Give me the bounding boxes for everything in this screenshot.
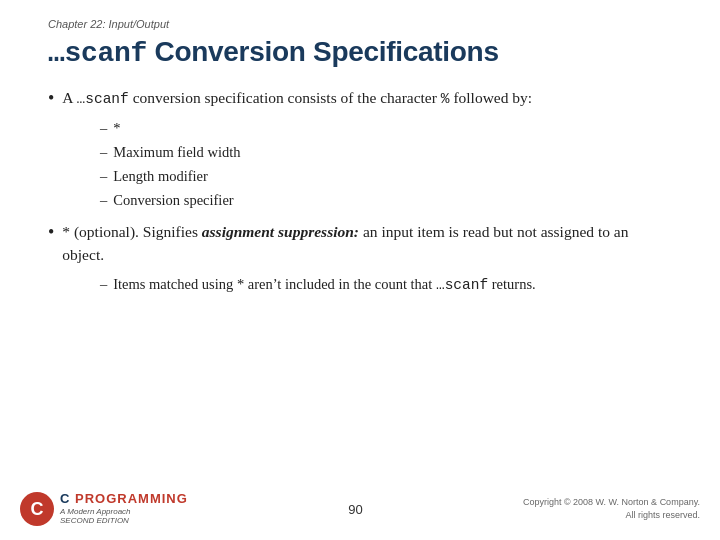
sub-text-2-0: Items matched using * aren’t included in… (113, 274, 535, 297)
bullet-text-2: * (optional). Signifies assignment suppr… (62, 221, 672, 266)
logo-text-main: C PROGRAMMING (60, 492, 188, 506)
bullet1-text-before: A (62, 89, 76, 106)
bullet2-text1: * (optional). Signifies (62, 223, 202, 240)
sub-text-1-3: Conversion specifier (113, 190, 233, 212)
footer-copyright: Copyright © 2008 W. W. Norton & Company.… (523, 496, 700, 521)
sub-text-1-0: * (113, 118, 120, 140)
bullet1-code: …scanf (77, 91, 129, 107)
logo-programming: PROGRAMMING (75, 491, 188, 506)
sub-text-1-2: Length modifier (113, 166, 208, 188)
sub-dash-1-3: – (100, 190, 107, 212)
bullet1-text-after: conversion specification consists of the… (129, 89, 441, 106)
footer-logo: C C PROGRAMMING A Modern Approach SECOND… (20, 492, 188, 526)
bullet-dot-2: • (48, 221, 54, 244)
sub-dash-1-0: – (100, 118, 107, 140)
sub-item-1-2: – Length modifier (100, 166, 672, 188)
chapter-label: Chapter 22: Input/Output (48, 18, 672, 30)
bullet2-bold-italic: assignment suppression: (202, 223, 359, 240)
sublist-1: – * – Maximum field width – Length modif… (100, 118, 672, 211)
bullet1-text-end: followed by: (450, 89, 533, 106)
sub2-text-before: Items matched using * aren’t included in… (113, 276, 436, 292)
bullet-section-1: • A …scanf conversion specification cons… (48, 87, 672, 211)
title-text-part: Conversion Specifications (147, 36, 499, 67)
logo-c-letter: C (31, 499, 44, 520)
bullet-dot-1: • (48, 87, 54, 110)
logo-c-circle: C (20, 492, 54, 526)
slide: Chapter 22: Input/Output …scanf Conversi… (0, 0, 720, 540)
sub-dash-1-2: – (100, 166, 107, 188)
sub2-code: …scanf (436, 277, 488, 293)
footer-page-number: 90 (348, 502, 362, 517)
logo-text-sub: A Modern Approach SECOND EDITION (60, 507, 188, 526)
title-code-part: …scanf (48, 38, 147, 69)
bullet-section-2: • * (optional). Signifies assignment sup… (48, 221, 672, 297)
logo-text-block: C PROGRAMMING A Modern Approach SECOND E… (60, 492, 188, 525)
sub-item-2-0: – Items matched using * aren’t included … (100, 274, 672, 297)
sub2-text-after: returns. (488, 276, 536, 292)
bullet1-percent: % (441, 91, 450, 107)
slide-title: …scanf Conversion Specifications (48, 36, 672, 69)
logo-sub-line2: SECOND EDITION (60, 516, 188, 526)
sub-item-1-0: – * (100, 118, 672, 140)
bullet-text-1: A …scanf conversion specification consis… (62, 87, 672, 110)
bullet-item-2: • * (optional). Signifies assignment sup… (48, 221, 672, 266)
bullet-item-1: • A …scanf conversion specification cons… (48, 87, 672, 110)
sub-dash-1-1: – (100, 142, 107, 164)
footer: C C PROGRAMMING A Modern Approach SECOND… (0, 492, 720, 526)
sub-item-1-1: – Maximum field width (100, 142, 672, 164)
sub-text-1-1: Maximum field width (113, 142, 240, 164)
sublist-2: – Items matched using * aren’t included … (100, 274, 672, 297)
sub-item-1-3: – Conversion specifier (100, 190, 672, 212)
sub-dash-2-0: – (100, 274, 107, 296)
logo-sub-line1: A Modern Approach (60, 507, 188, 517)
